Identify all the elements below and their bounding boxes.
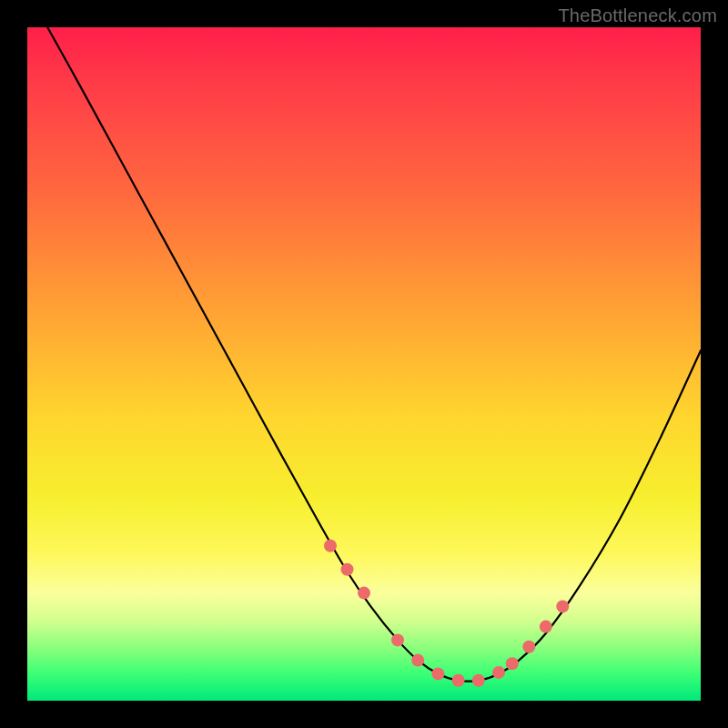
highlight-dot: [492, 666, 505, 679]
highlight-dot: [358, 587, 370, 600]
chart-svg: [27, 27, 701, 701]
highlight-dot: [472, 674, 485, 687]
highlight-dot: [431, 667, 444, 680]
watermark-text: TheBottleneck.com: [558, 5, 717, 26]
highlight-dot: [411, 654, 424, 667]
highlight-dots-group: [324, 540, 569, 687]
highlight-dot: [452, 674, 465, 687]
highlight-dot: [522, 641, 535, 653]
highlight-dot: [506, 657, 519, 670]
chart-stage: TheBottleneck.com: [0, 0, 728, 728]
highlight-dot: [556, 600, 569, 612]
highlight-dot: [324, 540, 337, 552]
highlight-dot: [540, 621, 552, 633]
highlight-dot: [341, 563, 354, 576]
bottleneck-curve: [47, 27, 701, 682]
highlight-dot: [391, 633, 404, 646]
